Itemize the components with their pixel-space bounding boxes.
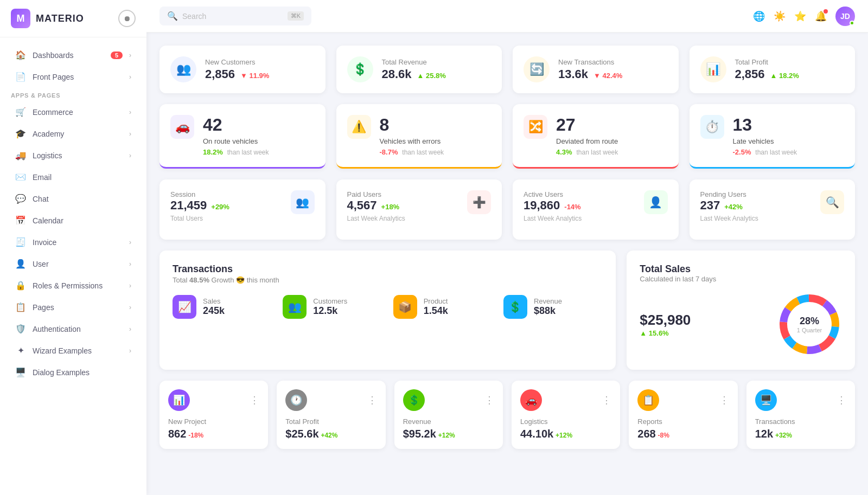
new-transactions-icon: 🔄 — [524, 56, 550, 82]
logistics-icon: 🚚 — [15, 150, 26, 160]
total-profit-mini-more[interactable]: ⋮ — [367, 394, 377, 406]
session-pct: +29% — [211, 203, 229, 211]
user-chevron: › — [129, 260, 131, 268]
pages-label: Pages — [33, 303, 123, 312]
active-users-sub: Last Week Analytics — [524, 215, 582, 222]
sidebar-nav: 🏠 Dashboards 5 › 📄 Front Pages › APPS & … — [0, 37, 146, 495]
total-profit-icon: 📊 — [700, 56, 726, 82]
sidebar-item-authentication[interactable]: 🛡️ Authentication › — [4, 318, 142, 339]
user-card-active-users: Active Users 19,860 -14% Last Week Analy… — [513, 179, 679, 240]
sidebar-item-invoice[interactable]: 🧾 Invoice › — [4, 232, 142, 253]
sidebar-item-user[interactable]: 👤 User › — [4, 253, 142, 274]
roles-chevron: › — [129, 282, 131, 290]
pending-users-label: Pending Users — [700, 190, 758, 198]
sidebar-item-academy[interactable]: 🎓 Academy › — [4, 123, 142, 144]
academy-icon: 🎓 — [15, 128, 26, 139]
sidebar-item-wizard[interactable]: ✦ Wizard Examples › — [4, 340, 142, 361]
invoice-icon: 🧾 — [15, 237, 26, 247]
sidebar-logo: M MATERIO ⏺ — [0, 0, 146, 37]
reports-mini-change: -8% — [658, 432, 669, 439]
sidebar-item-chat[interactable]: 💬 Chat — [4, 188, 142, 209]
customers-value: 12.5k — [313, 305, 347, 317]
total-profit-mini-label: Total Profit — [285, 417, 376, 426]
sales-label: Sales — [203, 297, 225, 305]
total-sales-main: $25,980 ▲ 15.6% 28% 1 Quarter — [640, 292, 842, 357]
roles-icon: 🔒 — [15, 280, 26, 291]
new-customers-change: ▼ 11.9% — [240, 72, 269, 80]
stat-card-new-customers: 👥 New Customers 2,856 ▼ 11.9% — [159, 46, 326, 93]
revenue-mini-icon: 💲 — [403, 389, 425, 411]
translate-icon[interactable]: 🌐 — [753, 10, 765, 22]
record-button[interactable]: ⏺ — [118, 10, 136, 27]
user-card-session: Session 21,459 +29% Total Users 👥 — [159, 179, 326, 240]
user-label: User — [33, 260, 123, 268]
transactions-mini-more[interactable]: ⋮ — [837, 394, 846, 406]
pending-users-icon: 🔍 — [820, 190, 844, 214]
product-label: Product — [424, 297, 448, 305]
revenue-mini-label: Revenue — [403, 417, 494, 426]
reports-mini-more[interactable]: ⋮ — [719, 394, 729, 406]
stats-grid: 👥 New Customers 2,856 ▼ 11.9% 💲 Total Re… — [159, 46, 855, 93]
wizard-icon: ✦ — [15, 345, 26, 356]
authentication-label: Authentication — [33, 325, 123, 333]
sidebar-item-ecommerce[interactable]: 🛒 Ecommerce › — [4, 101, 142, 123]
total-revenue-info: Total Revenue 28.6k ▲ 25.8% — [382, 58, 492, 81]
stat-card-new-transactions: 🔄 New Transactions 13.6k ▼ 42.4% — [513, 46, 679, 93]
late-icon: ⏱️ — [700, 115, 724, 139]
new-customers-icon: 👥 — [170, 56, 196, 82]
bell-icon[interactable]: 🔔 — [815, 10, 827, 22]
dialog-label: Dialog Examples — [33, 368, 131, 377]
total-revenue-label: Total Revenue — [382, 58, 492, 66]
front-pages-icon: 📄 — [15, 72, 26, 82]
total-sales-pct: ▲ 15.6% — [640, 329, 668, 337]
theme-icon[interactable]: ☀️ — [774, 10, 786, 22]
sidebar-item-front-pages[interactable]: 📄 Front Pages › — [4, 66, 142, 87]
transactions-mini-icon: 🖥️ — [755, 389, 777, 411]
dashboards-icon: 🏠 — [15, 50, 26, 60]
logistics-chevron: › — [129, 152, 131, 159]
ecommerce-label: Ecommerce — [33, 108, 123, 117]
email-icon: ✉️ — [15, 172, 26, 182]
logistics-mini-value: 44.10k — [520, 428, 553, 440]
sidebar-item-dashboards[interactable]: 🏠 Dashboards 5 › — [4, 44, 142, 66]
logistics-mini-more[interactable]: ⋮ — [602, 394, 611, 406]
on-route-week: than last week — [227, 149, 269, 156]
logistics-mini-label: Logistics — [520, 417, 611, 426]
bottom-grid: Transactions Total 48.5% Growth 😎 this m… — [159, 250, 855, 370]
mini-card-transactions-mini: 🖥️ ⋮ Transactions 12k +32% — [746, 381, 855, 449]
vehicle-card-on-route: 🚗 42 On route vehicles 18.2% than last w… — [159, 104, 326, 169]
new-project-more[interactable]: ⋮ — [250, 394, 259, 406]
late-label: Late vehicles — [733, 137, 797, 145]
avatar[interactable]: JD — [835, 7, 855, 26]
user-icon: 👤 — [15, 259, 26, 269]
product-value: 1.54k — [424, 305, 448, 317]
revenue-mini-more[interactable]: ⋮ — [484, 394, 494, 406]
new-customers-info: New Customers 2,856 ▼ 11.9% — [205, 58, 315, 81]
header-actions: 🌐 ☀️ ⭐ 🔔 JD — [753, 7, 855, 26]
sidebar-item-roles[interactable]: 🔒 Roles & Permissions › — [4, 275, 142, 296]
new-transactions-value: 13.6k — [558, 67, 588, 81]
user-grid: Session 21,459 +29% Total Users 👥 Paid U… — [159, 179, 855, 240]
mini-cards-row: 📊 ⋮ New Project 862 -18% 🕐 ⋮ Total Profi… — [159, 381, 855, 449]
main-area: 🔍 Search ⌘K 🌐 ☀️ ⭐ 🔔 JD 👥 New Customers … — [146, 0, 868, 495]
with-errors-label: Vehicles with errors — [380, 137, 444, 145]
sidebar-item-logistics[interactable]: 🚚 Logistics › — [4, 145, 142, 166]
sidebar-item-dialog[interactable]: 🖥️ Dialog Examples — [4, 362, 142, 383]
vehicle-card-deviated: 🔀 27 Deviated from route 4.3% than last … — [513, 104, 679, 169]
pending-users-pct: +42% — [724, 203, 743, 211]
chat-icon: 💬 — [15, 194, 26, 204]
sales-icon: 📈 — [173, 295, 196, 319]
vehicle-grid: 🚗 42 On route vehicles 18.2% than last w… — [159, 104, 855, 169]
pending-users-value: 237 — [700, 198, 720, 213]
donut-label: 28% 1 Quarter — [797, 316, 822, 333]
with-errors-icon: ⚠️ — [347, 115, 371, 139]
sales-value: 245k — [203, 305, 225, 317]
new-project-value: 862 — [168, 428, 186, 440]
sidebar-item-email[interactable]: ✉️ Email — [4, 166, 142, 188]
sidebar-item-pages[interactable]: 📋 Pages › — [4, 297, 142, 318]
star-icon[interactable]: ⭐ — [794, 10, 806, 22]
sidebar-item-calendar[interactable]: 📅 Calendar — [4, 210, 142, 231]
avatar-online-dot — [850, 21, 854, 25]
late-change: -2.5% — [733, 148, 751, 156]
search-bar[interactable]: 🔍 Search ⌘K — [159, 7, 311, 25]
